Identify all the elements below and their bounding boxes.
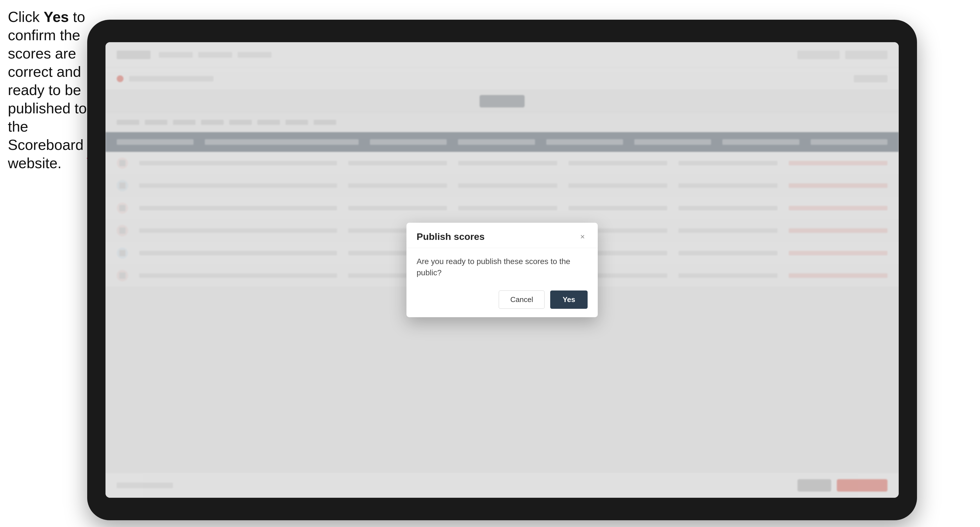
tablet-screen: Publish scores × Are you ready to publis… — [105, 42, 899, 498]
cancel-button[interactable]: Cancel — [499, 290, 544, 309]
yes-highlight: Yes — [44, 9, 69, 25]
publish-scores-dialog: Publish scores × Are you ready to publis… — [406, 223, 598, 317]
dialog-title: Publish scores — [417, 231, 485, 242]
dialog-header: Publish scores × — [406, 223, 598, 248]
dialog-footer: Cancel Yes — [406, 285, 598, 317]
dialog-overlay: Publish scores × Are you ready to publis… — [105, 42, 899, 498]
yes-button[interactable]: Yes — [550, 290, 588, 309]
dialog-close-button[interactable]: × — [578, 232, 588, 242]
dialog-message: Are you ready to publish these scores to… — [417, 256, 588, 278]
dialog-body: Are you ready to publish these scores to… — [406, 248, 598, 284]
instruction-text: Click Yes to confirm the scores are corr… — [8, 8, 89, 172]
tablet-device: Publish scores × Are you ready to publis… — [87, 20, 917, 520]
